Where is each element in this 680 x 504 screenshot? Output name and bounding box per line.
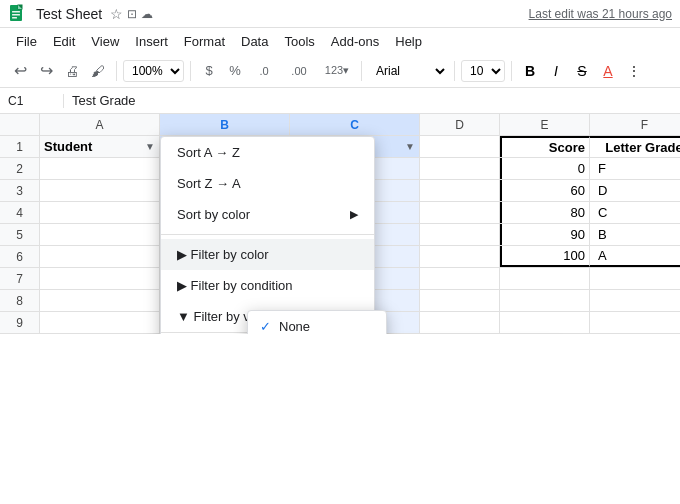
cell-f6[interactable]: A [590,246,680,267]
cell-d3[interactable] [420,180,500,201]
cell-e1[interactable]: Score [500,136,590,157]
cell-a6[interactable] [40,246,160,267]
filter-by-condition-item[interactable]: ▶ Filter by condition [161,270,374,301]
strikethrough-button[interactable]: S [570,59,594,83]
cell-f3[interactable]: D [590,180,680,201]
svg-rect-3 [12,11,20,13]
col-header-b[interactable]: B [160,114,290,135]
cell-d6[interactable] [420,246,500,267]
italic-button[interactable]: I [544,59,568,83]
cell-d2[interactable] [420,158,500,179]
font-size-select[interactable]: 10 [461,60,505,82]
cell-reference-input[interactable]: C1 [4,94,64,108]
cell-a2[interactable] [40,158,160,179]
cell-d4[interactable] [420,202,500,223]
print-button[interactable]: 🖨 [60,59,84,83]
row-num-4: 4 [0,202,40,223]
check-icon: ✓ [260,319,271,334]
menu-help[interactable]: Help [387,32,430,51]
cell-a9[interactable] [40,312,160,333]
format-number-button[interactable]: 123▾ [319,59,355,83]
undo-button[interactable]: ↩ [8,59,32,83]
sort-by-color-item[interactable]: Sort by color ▶ [161,199,374,230]
cell-f1[interactable]: Letter Grade [590,136,680,157]
title-text: Test Sheet [36,6,102,22]
row-num-6: 6 [0,246,40,267]
menu-edit[interactable]: Edit [45,32,83,51]
percent-button[interactable]: % [223,59,247,83]
menu-file[interactable]: File [8,32,45,51]
currency-button[interactable]: $ [197,59,221,83]
cell-e4[interactable]: 80 [500,202,590,223]
menu-bar: File Edit View Insert Format Data Tools … [0,28,680,54]
cell-e3[interactable]: 60 [500,180,590,201]
cell-f5[interactable]: B [590,224,680,245]
zoom-select[interactable]: 100% [123,60,184,82]
none-item[interactable]: ✓ None [248,311,386,334]
cell-e6[interactable]: 100 [500,246,590,267]
cell-d1[interactable] [420,136,500,157]
toolbar: ↩ ↪ 🖨 🖌 100% $ % .0 .00 123▾ Arial 10 B … [0,54,680,88]
cell-a7[interactable] [40,268,160,289]
text-format-more-button[interactable]: ⋮ [622,59,646,83]
cell-e5[interactable]: 90 [500,224,590,245]
svg-rect-5 [12,17,17,19]
cell-a1[interactable]: Student▼ [40,136,160,157]
decrease-decimal-button[interactable]: .0 [249,59,279,83]
cell-a3[interactable] [40,180,160,201]
col-header-e[interactable]: E [500,114,590,135]
row-num-3: 3 [0,180,40,201]
menu-format[interactable]: Format [176,32,233,51]
cell-f2[interactable]: F [590,158,680,179]
filter-dropdown: Sort A → Z Sort Z → A Sort by color ▶ ▶ … [160,136,375,334]
none-label: None [279,319,310,334]
menu-data[interactable]: Data [233,32,276,51]
spreadsheet-area: A B C D E F 1 Student▼ Test Grade▼ Lette… [0,114,680,334]
formula-content: Test Grade [64,93,676,108]
font-select[interactable]: Arial [368,61,448,81]
cell-a8[interactable] [40,290,160,311]
svg-rect-4 [12,14,20,16]
sort-za-item[interactable]: Sort Z → A [161,168,374,199]
cell-d5[interactable] [420,224,500,245]
menu-addons[interactable]: Add-ons [323,32,387,51]
increase-decimal-button[interactable]: .00 [281,59,317,83]
row-num-1: 1 [0,136,40,157]
last-edit-text: Last edit was 21 hours ago [529,7,672,21]
folder-icon[interactable]: ⊡ [127,7,137,21]
paint-format-button[interactable]: 🖌 [86,59,110,83]
column-headers: A B C D E F [0,114,680,136]
formula-bar: C1 Test Grade [0,88,680,114]
sheets-logo-icon [8,4,28,24]
mid-menu: ✓ None Fill Color ▶ Text Color ▶ [247,310,387,334]
bold-button[interactable]: B [518,59,542,83]
text-color-button[interactable]: A [596,59,620,83]
filter-by-color-item[interactable]: ▶ Filter by color [161,239,374,270]
redo-button[interactable]: ↪ [34,59,58,83]
menu-insert[interactable]: Insert [127,32,176,51]
col-header-c[interactable]: C [290,114,420,135]
row-num-5: 5 [0,224,40,245]
col-header-f[interactable]: F [590,114,680,135]
sort-az-item[interactable]: Sort A → Z [161,137,374,168]
cloud-icon[interactable]: ☁ [141,7,153,21]
col-header-d[interactable]: D [420,114,500,135]
col-header-a[interactable]: A [40,114,160,135]
cell-a5[interactable] [40,224,160,245]
cell-e2[interactable]: 0 [500,158,590,179]
cell-f4[interactable]: C [590,202,680,223]
row-num-2: 2 [0,158,40,179]
star-icon[interactable]: ☆ [110,6,123,22]
menu-tools[interactable]: Tools [276,32,322,51]
cell-a4[interactable] [40,202,160,223]
menu-view[interactable]: View [83,32,127,51]
corner-cell [0,114,40,135]
